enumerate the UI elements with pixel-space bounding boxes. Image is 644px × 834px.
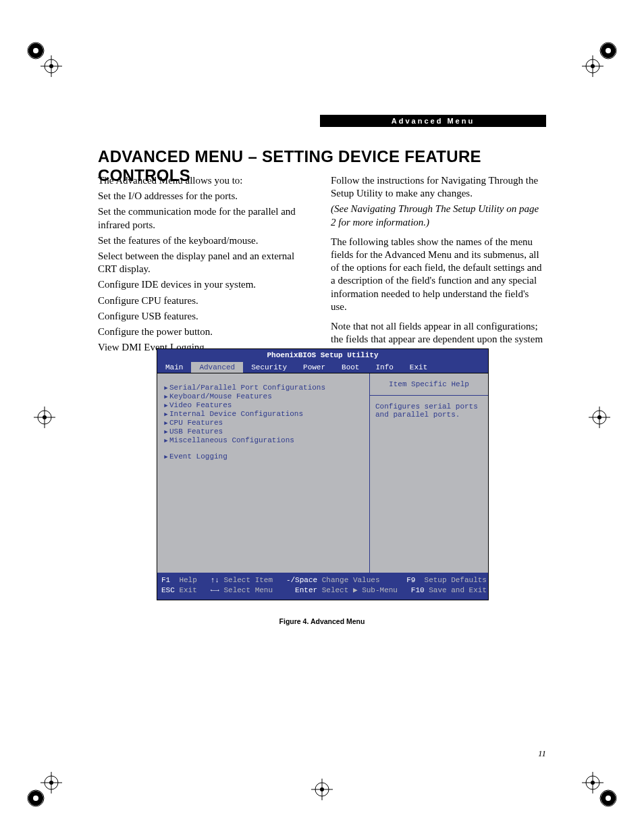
svg-point-21 bbox=[597, 415, 601, 419]
key-esc: ESC bbox=[161, 585, 175, 596]
triangle-right-icon: ▶ bbox=[163, 393, 169, 400]
bios-footer: F1 Help ↑↓ Select Item -/Space Change Va… bbox=[157, 573, 488, 600]
svg-point-28 bbox=[49, 781, 53, 785]
bullet: Configure USB features. bbox=[98, 310, 313, 323]
register-mark-icon bbox=[26, 41, 63, 78]
figure-caption: Figure 4. Advanced Menu bbox=[0, 617, 644, 625]
register-mark-icon bbox=[581, 41, 618, 78]
intro-line: The Advanced Menu allows you to: bbox=[98, 174, 313, 187]
bullet: Set the communication mode for the paral… bbox=[98, 205, 313, 231]
bios-tab-advanced[interactable]: Advanced bbox=[191, 362, 243, 373]
triangle-right-icon: ▶ bbox=[163, 419, 169, 427]
register-mark-icon bbox=[26, 398, 63, 436]
register-mark-icon bbox=[26, 771, 63, 808]
bios-menu-item[interactable]: ▶Internal Device Configurations bbox=[163, 410, 364, 418]
paragraph: Follow the instructions for Navigating T… bbox=[331, 174, 546, 200]
bios-window-title: PhoenixBIOS Setup Utility bbox=[157, 349, 488, 362]
svg-point-13 bbox=[591, 64, 595, 68]
bios-tab-info[interactable]: Info bbox=[367, 362, 401, 373]
svg-point-24 bbox=[33, 796, 38, 801]
svg-point-17 bbox=[43, 415, 47, 419]
running-header: Advanced Menu bbox=[320, 115, 546, 127]
bios-tab-main[interactable]: Main bbox=[157, 362, 191, 373]
register-mark-icon bbox=[303, 771, 341, 808]
bios-menu-item[interactable]: ▶Event Logging bbox=[163, 452, 364, 461]
bios-menu-item[interactable]: ▶USB Features bbox=[163, 427, 364, 436]
bios-help-header: Item Specific Help bbox=[370, 373, 488, 396]
bios-tab-power[interactable]: Power bbox=[295, 362, 333, 373]
key-enter: Enter bbox=[295, 585, 317, 596]
bios-tab-security[interactable]: Security bbox=[243, 362, 295, 373]
svg-point-35 bbox=[591, 781, 595, 785]
bullet: Configure CPU features. bbox=[98, 294, 313, 307]
key-updown-icon: ↑↓ bbox=[211, 575, 219, 585]
bullet: Set the I/O addresses for the ports. bbox=[98, 190, 313, 203]
triangle-right-icon: ▶ bbox=[163, 402, 169, 409]
bios-menu-item[interactable]: ▶Miscellaneous Configurations bbox=[163, 436, 364, 444]
key-minus-space: -/Space bbox=[286, 575, 317, 585]
bullet: Set the features of the keyboard/mouse. bbox=[98, 234, 313, 247]
bios-menu-blank bbox=[163, 445, 364, 452]
svg-point-39 bbox=[320, 787, 324, 791]
bios-tab-boot[interactable]: Boot bbox=[333, 362, 367, 373]
bullet: Configure the power button. bbox=[98, 325, 313, 338]
register-mark-icon bbox=[581, 398, 618, 436]
bios-menu-item[interactable]: ▶Keyboard/Mouse Features bbox=[163, 392, 364, 400]
triangle-right-icon: ▶ bbox=[163, 453, 169, 461]
bios-menu-item[interactable]: ▶Video Features bbox=[163, 401, 364, 409]
svg-point-2 bbox=[33, 48, 38, 53]
register-mark-icon bbox=[581, 771, 618, 808]
bios-menu-item[interactable]: ▶CPU Features bbox=[163, 419, 364, 427]
svg-point-9 bbox=[606, 48, 611, 53]
bullet: Select between the display panel and an … bbox=[98, 250, 313, 276]
key-f9: F9 bbox=[406, 575, 415, 585]
bios-tab-exit[interactable]: Exit bbox=[402, 362, 435, 373]
bios-menu-pane: ▶Serial/Parallel Port Configurations ▶Ke… bbox=[157, 373, 369, 573]
key-leftright-icon: ←→ bbox=[211, 585, 219, 596]
triangle-right-icon: ▶ bbox=[163, 411, 169, 418]
body-columns: The Advanced Menu allows you to: Set the… bbox=[98, 174, 546, 361]
triangle-right-icon: ▶ bbox=[163, 428, 169, 436]
bios-figure: PhoenixBIOS Setup Utility Main Advanced … bbox=[157, 348, 489, 600]
triangle-right-icon: ▶ bbox=[163, 437, 169, 444]
paragraph: The following tables show the names of t… bbox=[331, 236, 546, 313]
page: Advanced Menu ADVANCED MENU – SETTING DE… bbox=[0, 0, 644, 834]
bullet: Configure IDE devices in your system. bbox=[98, 278, 313, 291]
bios-help-text: Configures serial ports and parallel por… bbox=[370, 396, 488, 425]
bios-help-pane: Item Specific Help Configures serial por… bbox=[369, 373, 488, 573]
key-f1: F1 bbox=[161, 575, 170, 585]
bios-tab-bar: Main Advanced Security Power Boot Info E… bbox=[157, 362, 488, 373]
svg-point-6 bbox=[49, 64, 53, 68]
svg-point-31 bbox=[606, 796, 611, 801]
paragraph-italic: (See Navigating Through The Setup Utilit… bbox=[331, 203, 546, 228]
page-number: 11 bbox=[538, 748, 546, 759]
bios-menu-item[interactable]: ▶Serial/Parallel Port Configurations bbox=[163, 384, 364, 392]
key-f10: F10 bbox=[411, 585, 425, 596]
triangle-right-icon: ▶ bbox=[163, 384, 169, 392]
